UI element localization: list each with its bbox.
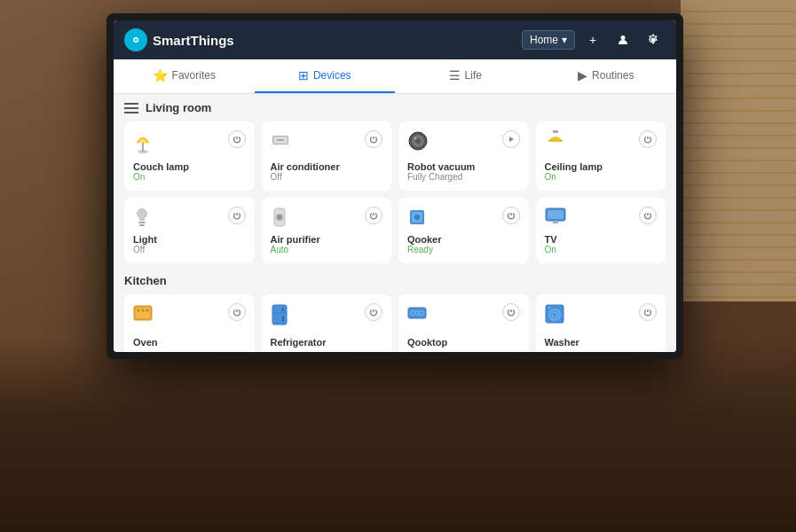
tab-life-label: Life	[465, 69, 482, 82]
tv-name: TV	[545, 234, 658, 245]
svg-rect-32	[272, 305, 287, 325]
ceiling-lamp-name: Ceiling lamp	[545, 161, 658, 172]
tab-life[interactable]: ☰ Life	[395, 59, 536, 93]
air-purifier-icon	[271, 207, 288, 231]
kitchen-header: Kitchen	[124, 274, 666, 287]
qooker-status: Ready	[407, 245, 520, 254]
dropdown-arrow-icon: ▾	[562, 34, 567, 46]
add-button[interactable]: +	[580, 27, 605, 52]
table-foreground	[0, 337, 796, 532]
svg-point-43	[548, 307, 550, 309]
device-card-tv[interactable]: TV On	[536, 198, 666, 263]
header-controls: Home ▾ +	[522, 27, 666, 52]
refrigerator-power-button[interactable]	[365, 303, 382, 321]
washer-name: Washer	[545, 337, 658, 348]
svg-point-20	[278, 215, 281, 219]
couch-lamp-name: Couch lamp	[133, 161, 246, 172]
washer-power-button[interactable]	[639, 303, 657, 321]
kitchen-grid: Oven	[124, 294, 666, 352]
refrigerator-icon	[271, 303, 288, 329]
device-card-refrigerator[interactable]: Refrigerator	[262, 294, 392, 352]
washer-icon	[545, 303, 564, 327]
ceiling-lamp-icon	[545, 130, 566, 153]
robot-vacuum-icon	[407, 130, 429, 154]
svg-point-30	[142, 309, 145, 312]
menu-icon[interactable]	[124, 103, 138, 113]
brand-logo	[124, 28, 147, 51]
ceiling-lamp-status: On	[545, 172, 658, 182]
couch-lamp-status: On	[133, 172, 246, 182]
routines-icon: ▶	[578, 68, 587, 82]
oven-power-button[interactable]	[228, 303, 246, 321]
qooktop-name: Qooktop	[407, 337, 520, 348]
air-purifier-name: Air purifier	[271, 234, 383, 245]
svg-rect-25	[548, 210, 564, 219]
tab-favorites[interactable]: ⭐ Favorites	[114, 59, 255, 93]
add-icon: +	[589, 33, 596, 47]
svg-point-11	[414, 137, 417, 140]
svg-point-1	[135, 39, 138, 42]
svg-point-29	[138, 309, 140, 312]
air-purifier-power-button[interactable]	[365, 207, 382, 224]
svg-rect-35	[282, 316, 284, 322]
svg-point-31	[146, 309, 149, 312]
tab-devices[interactable]: ⊞ Devices	[255, 59, 396, 93]
device-card-ceiling-lamp[interactable]: Ceiling lamp On	[536, 121, 666, 191]
air-purifier-status: Auto	[271, 245, 383, 254]
living-room-title: Living room	[146, 101, 211, 114]
user-button[interactable]	[611, 27, 635, 52]
light-icon	[133, 207, 151, 231]
home-selector[interactable]: Home ▾	[522, 30, 575, 50]
device-card-qooktop[interactable]: Qooktop	[398, 294, 529, 352]
living-room-header: Living room	[124, 101, 666, 114]
qooker-icon	[407, 207, 427, 231]
tab-routines-label: Routines	[592, 69, 634, 82]
settings-button[interactable]	[641, 27, 666, 52]
svg-rect-34	[282, 308, 284, 311]
svg-rect-26	[553, 222, 558, 223]
tv-screen: SmartThings Home ▾ +	[114, 20, 676, 352]
app-header: SmartThings Home ▾ +	[114, 20, 676, 59]
devices-icon: ⊞	[298, 68, 309, 82]
device-card-washer[interactable]: Washer	[536, 294, 666, 352]
light-power-button[interactable]	[228, 207, 246, 224]
kitchen-title: Kitchen	[124, 274, 167, 287]
tab-routines[interactable]: ▶ Routines	[536, 59, 677, 93]
air-conditioner-power-button[interactable]	[365, 130, 382, 148]
refrigerator-name: Refrigerator	[271, 337, 383, 348]
device-card-air-conditioner[interactable]: Air conditioner Off	[262, 121, 392, 191]
tv-status: On	[545, 245, 658, 254]
tv-power-button[interactable]	[639, 207, 657, 224]
robot-vacuum-play-button[interactable]	[502, 130, 520, 148]
svg-marker-12	[509, 137, 514, 142]
tab-devices-label: Devices	[313, 69, 351, 82]
svg-rect-16	[138, 222, 146, 223]
svg-rect-4	[142, 143, 144, 152]
device-card-air-purifier[interactable]: Air purifier Auto	[262, 198, 392, 263]
couch-lamp-power-button[interactable]	[228, 130, 246, 148]
living-room-grid: Couch lamp On	[124, 121, 666, 263]
favorites-icon: ⭐	[153, 68, 168, 82]
main-content: Living room	[114, 94, 676, 352]
device-card-couch-lamp[interactable]: Couch lamp On	[124, 121, 255, 191]
device-card-oven[interactable]: Oven	[124, 294, 255, 352]
air-conditioner-icon	[271, 130, 290, 153]
window-blinds	[681, 0, 796, 301]
svg-point-2	[621, 35, 626, 40]
device-card-robot-vacuum[interactable]: Robot vacuum Fully Charged	[398, 121, 529, 191]
robot-vacuum-status: Fully Charged	[407, 172, 520, 182]
life-icon: ☰	[449, 68, 461, 82]
air-conditioner-status: Off	[271, 172, 383, 182]
brand-name: SmartThings	[153, 33, 234, 48]
brand-area: SmartThings	[124, 28, 234, 51]
tab-favorites-label: Favorites	[172, 69, 216, 82]
device-card-light[interactable]: Light Off	[124, 198, 255, 263]
qooker-name: Qooker	[407, 234, 520, 245]
air-conditioner-name: Air conditioner	[271, 161, 383, 172]
device-card-qooker[interactable]: Qooker Ready	[398, 198, 529, 263]
qooker-power-button[interactable]	[502, 207, 520, 224]
qooktop-icon	[407, 303, 427, 325]
ceiling-lamp-power-button[interactable]	[639, 130, 657, 148]
qooktop-power-button[interactable]	[502, 303, 520, 321]
robot-vacuum-name: Robot vacuum	[407, 161, 520, 172]
